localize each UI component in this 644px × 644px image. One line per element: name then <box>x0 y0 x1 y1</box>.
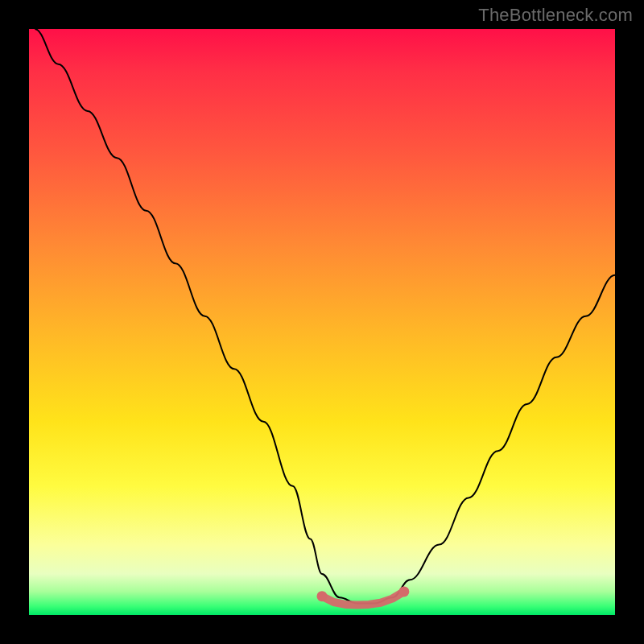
watermark-text: TheBottleneck.com <box>478 5 633 26</box>
chart-svg <box>29 29 615 615</box>
svg-point-0 <box>317 591 328 601</box>
optimal-range-marker <box>317 586 410 605</box>
bottleneck-curve <box>35 29 615 603</box>
plot-area <box>29 29 615 615</box>
chart-frame: TheBottleneck.com <box>0 0 644 644</box>
svg-point-1 <box>398 586 409 597</box>
